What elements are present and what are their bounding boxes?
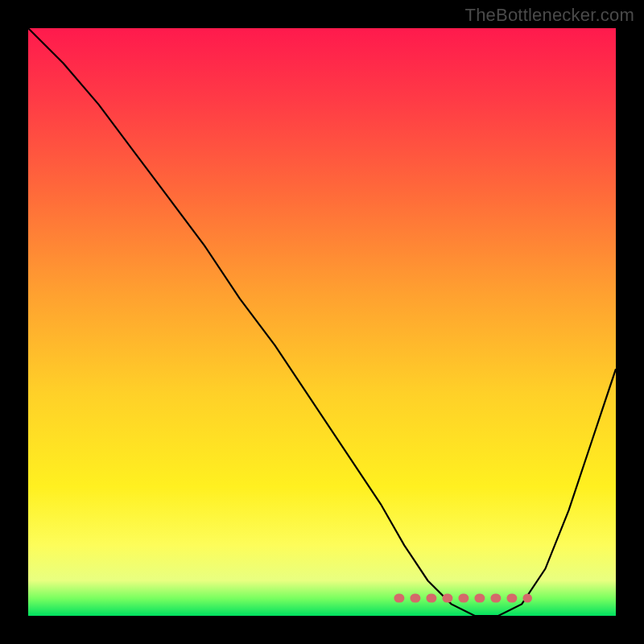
watermark-text: TheBottlenecker.com [465, 5, 634, 26]
bottleneck-curve [28, 28, 616, 616]
plot-area [28, 28, 616, 616]
chart-frame: TheBottlenecker.com [0, 0, 644, 644]
chart-svg [28, 28, 616, 616]
